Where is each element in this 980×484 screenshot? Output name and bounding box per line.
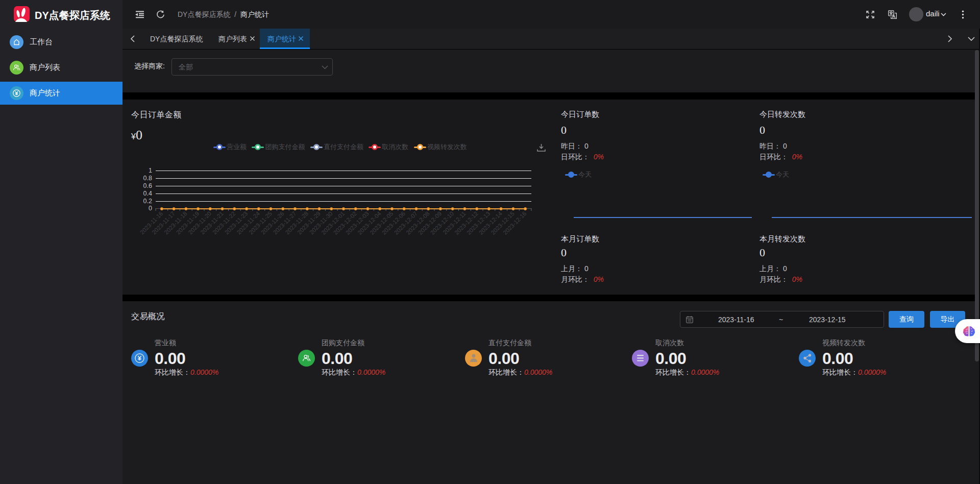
- svg-text:0.8: 0.8: [143, 175, 152, 182]
- svg-text:1: 1: [149, 167, 152, 174]
- svg-text:0.2: 0.2: [143, 198, 152, 205]
- svg-text:0: 0: [149, 205, 152, 212]
- svg-text:0.6: 0.6: [143, 182, 152, 189]
- svg-text:0.4: 0.4: [143, 190, 152, 197]
